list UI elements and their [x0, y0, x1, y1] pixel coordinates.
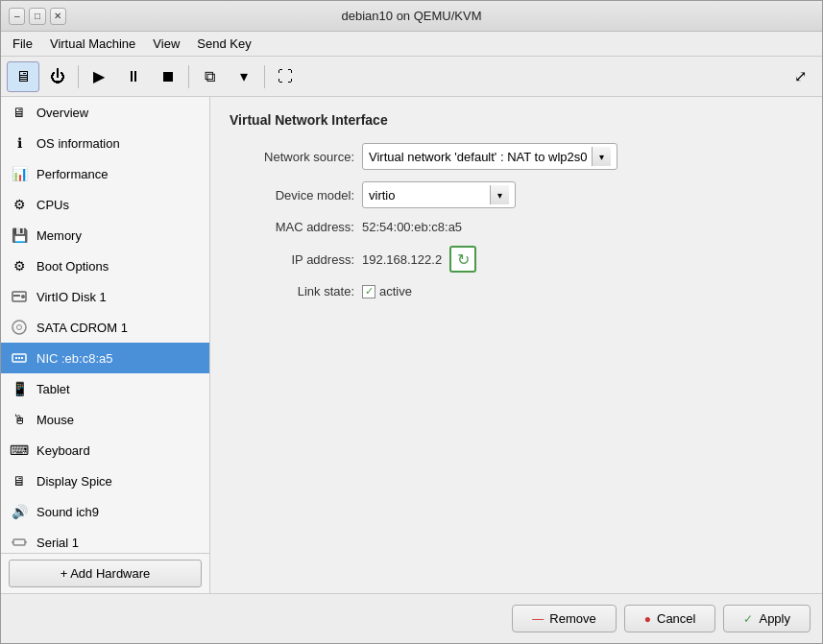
apply-button[interactable]: ✓ Apply — [723, 605, 811, 632]
sidebar-item-label-serial: Serial 1 — [36, 536, 79, 550]
link-state-value: active — [379, 284, 412, 298]
cancel-button[interactable]: ● Cancel — [624, 605, 716, 632]
sidebar-footer: + Add Hardware — [1, 553, 209, 593]
sidebar-item-sata-cdrom-1[interactable]: SATA CDROM 1 — [1, 312, 209, 343]
sidebar-item-label-nic: NIC :eb:c8:a5 — [36, 351, 113, 366]
menu-virtual-machine[interactable]: Virtual Machine — [42, 34, 143, 54]
sidebar-item-sound-ich9[interactable]: 🔊 Sound ich9 — [1, 496, 209, 527]
sidebar-item-label-cpus: CPUs — [36, 198, 69, 212]
toolbar-sep-1 — [78, 65, 79, 88]
menu-file[interactable]: File — [5, 34, 40, 54]
play-toolbar-btn[interactable]: ▶ — [83, 61, 115, 92]
sidebar-item-keyboard[interactable]: ⌨ Keyboard — [1, 435, 209, 465]
network-source-row: Network source: Virtual network 'default… — [230, 143, 803, 170]
svg-rect-9 — [13, 539, 25, 545]
power-toolbar-btn[interactable]: ⏻ — [41, 61, 74, 92]
cancel-label: Cancel — [657, 611, 695, 626]
main-window: – □ ✕ debian10 on QEMU/KVM File Virtual … — [0, 0, 823, 644]
sidebar-item-memory[interactable]: 💾 Memory — [1, 220, 209, 250]
os-information-icon: ℹ — [10, 133, 29, 153]
sidebar-item-label-boot: Boot Options — [36, 259, 109, 274]
window-title: debian10 on QEMU/KVM — [66, 9, 757, 23]
minimize-btn[interactable]: – — [9, 8, 25, 25]
device-model-row: Device model: virtio ▾ — [230, 181, 803, 208]
menu-send-key[interactable]: Send Key — [189, 34, 258, 54]
network-source-dropdown-arrow[interactable]: ▾ — [592, 147, 611, 166]
device-model-select[interactable]: virtio ▾ — [362, 181, 516, 208]
svg-point-4 — [17, 325, 22, 330]
svg-rect-2 — [13, 295, 20, 297]
resize-toolbar-btn[interactable]: ⤢ — [784, 61, 816, 92]
clone-toolbar-btn[interactable]: ⧉ — [193, 61, 226, 92]
remove-icon: — — [532, 612, 544, 626]
sidebar-item-label-os: OS information — [36, 136, 120, 151]
network-source-dropdown[interactable]: Virtual network 'default' : NAT to wlp2s… — [362, 143, 617, 170]
ip-address-label: IP address: — [230, 252, 354, 267]
stop-toolbar-btn[interactable]: ⏹ — [152, 61, 184, 92]
sidebar-item-display-spice[interactable]: 🖥 Display Spice — [1, 465, 209, 496]
maximize-btn[interactable]: □ — [29, 8, 45, 25]
performance-icon: 📊 — [10, 164, 29, 183]
menu-view[interactable]: View — [145, 34, 187, 54]
monitor-toolbar-btn[interactable]: 🖥 — [7, 61, 39, 92]
sidebar-item-mouse[interactable]: 🖱 Mouse — [1, 404, 209, 435]
sidebar-item-serial-1[interactable]: Serial 1 — [1, 527, 209, 553]
device-model-arrow[interactable]: ▾ — [490, 185, 509, 204]
sidebar-item-virtio-disk-1[interactable]: VirtIO Disk 1 — [1, 281, 209, 312]
sidebar-item-boot-options[interactable]: ⚙ Boot Options — [1, 250, 209, 281]
sidebar-item-label-display: Display Spice — [36, 474, 112, 489]
svg-rect-7 — [18, 357, 20, 359]
memory-icon: 💾 — [10, 226, 29, 245]
sidebar: 🖥 Overview ℹ OS information 📊 Performanc… — [1, 97, 210, 593]
menu-toolbar-btn[interactable]: ▾ — [228, 61, 260, 92]
sidebar-item-label-sound: Sound ich9 — [36, 505, 99, 519]
svg-point-3 — [12, 321, 26, 334]
refresh-ip-button[interactable]: ↻ — [449, 246, 476, 273]
sidebar-item-label-perf: Performance — [36, 167, 108, 181]
menubar: File Virtual Machine View Send Key — [1, 32, 822, 57]
titlebar: – □ ✕ debian10 on QEMU/KVM — [1, 1, 822, 32]
sidebar-item-overview[interactable]: 🖥 Overview — [1, 97, 209, 128]
apply-label: Apply — [759, 611, 790, 626]
svg-point-1 — [21, 295, 25, 298]
device-model-value: virtio — [369, 188, 486, 203]
mac-address-value: 52:54:00:eb:c8:a5 — [362, 220, 462, 234]
link-state-label: Link state: — [230, 284, 354, 298]
toolbar: 🖥 ⏻ ▶ ⏸ ⏹ ⧉ ▾ ⛶ ⤢ — [1, 57, 822, 97]
link-state-container: ✓ active — [362, 284, 412, 298]
network-source-label: Network source: — [230, 150, 354, 164]
mouse-icon: 🖱 — [10, 410, 29, 429]
pause-toolbar-btn[interactable]: ⏸ — [117, 61, 150, 92]
ip-address-value: 192.168.122.2 — [362, 252, 442, 267]
sidebar-item-tablet[interactable]: 📱 Tablet — [1, 373, 209, 404]
link-state-checkbox[interactable]: ✓ — [362, 285, 375, 298]
sidebar-item-label-cdrom: SATA CDROM 1 — [36, 321, 128, 335]
overview-icon: 🖥 — [10, 103, 29, 122]
svg-rect-6 — [15, 357, 17, 359]
virtio-disk-icon — [10, 287, 29, 306]
add-hardware-button[interactable]: + Add Hardware — [9, 560, 202, 587]
sata-cdrom-icon — [10, 318, 29, 337]
add-hardware-label: + Add Hardware — [61, 566, 151, 581]
bottom-bar: — Remove ● Cancel ✓ Apply — [1, 593, 822, 643]
mac-address-label: MAC address: — [230, 220, 354, 234]
sidebar-item-performance[interactable]: 📊 Performance — [1, 158, 209, 189]
svg-rect-8 — [21, 357, 23, 359]
display-spice-icon: 🖥 — [10, 471, 29, 490]
remove-button[interactable]: — Remove — [512, 605, 616, 632]
close-btn[interactable]: ✕ — [50, 8, 66, 25]
toolbar-sep-2 — [188, 65, 189, 88]
sidebar-item-nic[interactable]: NIC :eb:c8:a5 — [1, 343, 209, 373]
nic-icon — [10, 348, 29, 368]
main-content: 🖥 Overview ℹ OS information 📊 Performanc… — [1, 97, 822, 593]
mac-address-row: MAC address: 52:54:00:eb:c8:a5 — [230, 220, 803, 234]
cpus-icon: ⚙ — [10, 195, 29, 214]
fullscreen-toolbar-btn[interactable]: ⛶ — [269, 61, 302, 92]
link-state-row: Link state: ✓ active — [230, 284, 803, 298]
sidebar-list: 🖥 Overview ℹ OS information 📊 Performanc… — [1, 97, 209, 553]
sidebar-item-cpus[interactable]: ⚙ CPUs — [1, 189, 209, 220]
boot-options-icon: ⚙ — [10, 256, 29, 275]
serial-icon — [10, 533, 29, 552]
sidebar-item-os-information[interactable]: ℹ OS information — [1, 128, 209, 158]
device-model-label: Device model: — [230, 188, 354, 203]
